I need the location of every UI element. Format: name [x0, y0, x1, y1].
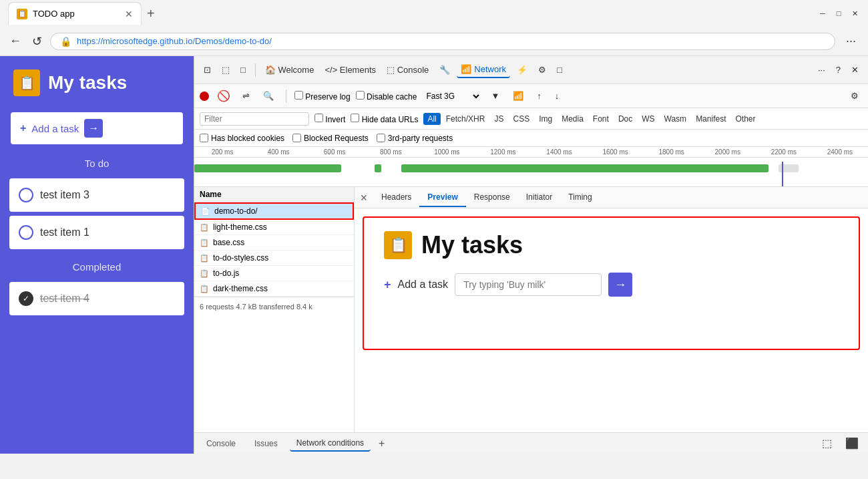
- request-icon-js: 📋: [200, 269, 209, 278]
- request-item-base-css[interactable]: 📋 base.css: [194, 235, 354, 251]
- status-tab-console[interactable]: Console: [200, 436, 242, 451]
- tab-welcome-button[interactable]: 🏠 Welcome: [261, 62, 318, 77]
- disable-cache-checkbox[interactable]: [356, 91, 365, 100]
- invert-checkbox[interactable]: [314, 114, 323, 122]
- detail-close-button[interactable]: ✕: [355, 190, 373, 206]
- has-blocked-cookies-checkbox[interactable]: [200, 134, 208, 142]
- throttle-select[interactable]: Fast 3G Slow 3G No throttling: [422, 90, 481, 103]
- request-item-styles[interactable]: 📋 to-do-styles.css: [194, 251, 354, 266]
- network-settings-button[interactable]: ⚙: [847, 88, 863, 104]
- task-checkbox-test3[interactable]: [19, 188, 33, 202]
- task-item-test4[interactable]: ✓ test item 4: [9, 282, 184, 315]
- add-task-label: Add a task: [31, 123, 79, 134]
- filter-media-button[interactable]: Media: [558, 113, 588, 125]
- tab-layers-button[interactable]: □: [553, 62, 566, 77]
- filter-doc-button[interactable]: Doc: [614, 113, 636, 125]
- tab-settings-button[interactable]: ⚙: [534, 62, 550, 77]
- preserve-log-checkbox[interactable]: [294, 91, 303, 100]
- tab-preview[interactable]: Preview: [419, 188, 465, 207]
- filter-other-button[interactable]: Other: [731, 113, 759, 125]
- record-button[interactable]: [200, 92, 209, 101]
- maximize-button[interactable]: □: [833, 8, 844, 19]
- network-conditions-button[interactable]: 📶: [509, 88, 527, 104]
- tab-response[interactable]: Response: [466, 188, 518, 207]
- filter-css-button[interactable]: CSS: [509, 113, 533, 125]
- more-button[interactable]: ···: [841, 31, 861, 51]
- mark-2400: 2400 ms: [812, 148, 868, 156]
- close-button[interactable]: ✕: [849, 8, 860, 19]
- filter-toggle-button[interactable]: ⇌: [238, 88, 254, 104]
- close-devtools-button[interactable]: ✕: [847, 62, 863, 77]
- request-item-dark[interactable]: 📋 dark-theme.css: [194, 281, 354, 297]
- third-party-checkbox[interactable]: [377, 134, 385, 142]
- task-item-test3[interactable]: test item 3: [9, 178, 184, 212]
- filter-ws-button[interactable]: WS: [638, 113, 658, 125]
- filter-wasm-button[interactable]: Wasm: [660, 113, 691, 125]
- browser-tab[interactable]: 📋 TODO app ✕: [8, 2, 142, 25]
- search-button[interactable]: 🔍: [259, 88, 278, 104]
- throttle-down-button[interactable]: ▼: [487, 88, 503, 104]
- third-party-requests-label: 3rd-party requests: [377, 134, 453, 143]
- filter-bar: Invert Hide data URLs All Fetch/XHR JS C…: [194, 108, 868, 130]
- blocked-requests-checkbox[interactable]: [292, 134, 301, 142]
- add-task-arrow-button[interactable]: →: [84, 119, 103, 138]
- task-checkbox-test4[interactable]: ✓: [19, 291, 33, 306]
- request-icon-light: 📋: [200, 223, 209, 232]
- request-name-styles: to-do-styles.css: [213, 253, 268, 263]
- filter-input[interactable]: [200, 112, 309, 126]
- clear-button[interactable]: 🚫: [214, 88, 233, 104]
- tab-initiator[interactable]: Initiator: [518, 188, 560, 207]
- devtools-device-button[interactable]: ⬚: [218, 62, 234, 77]
- todo-section-label: To do: [0, 150, 194, 174]
- filter-font-button[interactable]: Font: [589, 113, 613, 125]
- filter-manifest-button[interactable]: Manifest: [692, 113, 730, 125]
- preview-title: My tasks: [421, 231, 523, 259]
- tab-sources-button[interactable]: 🔧: [435, 62, 454, 77]
- toolbar-separator-2: [286, 90, 286, 103]
- add-task-bar[interactable]: + Add a task →: [11, 112, 183, 144]
- refresh-button[interactable]: ↺: [29, 31, 45, 51]
- devtools-3d-button[interactable]: □: [236, 62, 250, 77]
- tab-network-button[interactable]: 📶 Network: [457, 61, 510, 78]
- window-controls: ─ □ ✕: [817, 8, 860, 19]
- dock-button[interactable]: ⬚: [818, 434, 836, 452]
- status-tab-issues[interactable]: Issues: [248, 436, 284, 451]
- task-checkbox-test1[interactable]: [19, 225, 33, 240]
- more-tools-button[interactable]: ···: [814, 62, 829, 77]
- task-item-test1[interactable]: test item 1: [9, 216, 184, 249]
- export-button[interactable]: ↓: [551, 88, 564, 104]
- new-tab-button[interactable]: +: [142, 6, 160, 21]
- address-bar[interactable]: 🔒 https://microsoftedge.github.io/Demos/…: [50, 33, 835, 50]
- preview-arrow-button[interactable]: →: [608, 273, 632, 297]
- minimize-button[interactable]: ─: [817, 8, 828, 19]
- add-tab-button[interactable]: +: [376, 438, 387, 450]
- mark-2000: 2000 ms: [700, 148, 756, 156]
- request-item-js[interactable]: 📋 to-do.js: [194, 266, 354, 281]
- back-button[interactable]: ←: [7, 31, 24, 51]
- request-item-light-theme[interactable]: 📋 light-theme.css: [194, 220, 354, 235]
- preview-task-input[interactable]: [455, 273, 602, 296]
- checkbox-row: Has blocked cookies Blocked Requests 3rd…: [194, 130, 868, 147]
- status-tab-network-conditions[interactable]: Network conditions: [290, 436, 371, 452]
- tab-timing[interactable]: Timing: [560, 188, 600, 207]
- add-icon: +: [20, 122, 26, 134]
- filter-img-button[interactable]: Img: [535, 113, 556, 125]
- tab-headers[interactable]: Headers: [373, 188, 419, 207]
- hide-data-urls-checkbox[interactable]: [351, 114, 359, 122]
- request-item-demo[interactable]: 📄 demo-to-do/: [194, 202, 354, 220]
- main-content: 📋 My tasks + Add a task → To do test ite…: [0, 56, 868, 454]
- tab-performance-button[interactable]: ⚡: [513, 62, 531, 77]
- tab-console-button[interactable]: ⬚ Console: [383, 62, 433, 77]
- blocked-requests-label: Blocked Requests: [292, 134, 369, 143]
- filter-all-button[interactable]: All: [423, 113, 440, 125]
- devtools-inspect-button[interactable]: ⊡: [200, 62, 215, 77]
- undock-button[interactable]: ⬛: [841, 434, 863, 452]
- import-button[interactable]: ↑: [533, 88, 546, 104]
- tab-close-button[interactable]: ✕: [125, 9, 133, 19]
- filter-js-button[interactable]: JS: [490, 113, 507, 125]
- filter-fetch-button[interactable]: Fetch/XHR: [442, 113, 489, 125]
- tab-elements-button[interactable]: </> Elements: [320, 62, 380, 77]
- help-button[interactable]: ?: [832, 62, 845, 77]
- bottom-status-bar: Console Issues Network conditions + ⬚ ⬛: [194, 432, 868, 454]
- request-name-light: light-theme.css: [213, 222, 267, 232]
